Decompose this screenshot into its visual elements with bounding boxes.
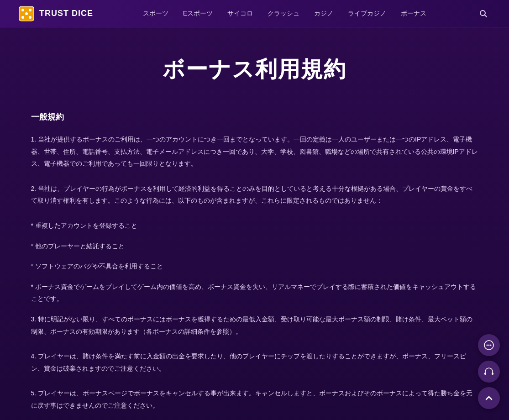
svg-point-9 <box>487 345 488 346</box>
page-title: ボーナス利用規約 <box>31 55 478 84</box>
section-title: 一般規約 <box>31 111 478 122</box>
scroll-top-button[interactable] <box>478 387 500 409</box>
svg-rect-12 <box>484 373 486 375</box>
header-right <box>476 6 491 21</box>
list-item: * ボーナス資金でゲームをプレイしてゲーム内の価値を高め、ボーナス資金を失い、リ… <box>31 281 478 305</box>
svg-point-11 <box>490 345 492 346</box>
svg-point-5 <box>29 16 31 19</box>
logo-icon <box>18 5 35 22</box>
svg-point-4 <box>21 16 24 19</box>
logo-area[interactable]: TRUST DICE <box>18 5 93 22</box>
svg-point-10 <box>488 345 490 346</box>
chevron-up-icon <box>483 393 494 404</box>
svg-point-1 <box>21 9 24 11</box>
list-item: * 他のプレーヤーと結託すること <box>31 240 478 252</box>
search-icon <box>479 9 488 18</box>
nav-item-casino[interactable]: カジノ <box>308 7 340 21</box>
search-button[interactable] <box>476 6 491 21</box>
nav-item-sports[interactable]: スポーツ <box>136 7 175 21</box>
nav-item-live-casino[interactable]: ライブカジノ <box>341 7 393 21</box>
svg-point-2 <box>29 9 31 11</box>
chat-button[interactable] <box>478 334 500 356</box>
paragraph: 2. 当社は、プレイヤーの行為がボーナスを利用して経済的利益を得ることのみを目的… <box>31 183 478 207</box>
main-nav: スポーツEスポーツサイコロクラッシュカジノライブカジノボーナス <box>136 7 433 21</box>
nav-item-esports[interactable]: Eスポーツ <box>177 7 219 21</box>
svg-point-3 <box>25 12 28 15</box>
paragraph: 1. 当社が提供するボーナスのご利用は、一つのアカウントにつき一回までとなってい… <box>31 133 478 170</box>
content-area: 1. 当社が提供するボーナスのご利用は、一つのアカウントにつき一回までとなってい… <box>31 133 478 420</box>
paragraph: 3. 特に明記がない限り、すべてのボーナスにはボーナスを獲得するための最低入金額… <box>31 313 478 337</box>
list-item: * 重複したアカウントを登録すること <box>31 220 478 232</box>
nav-item-bonus[interactable]: ボーナス <box>394 7 433 21</box>
headphones-icon <box>483 366 494 377</box>
svg-rect-13 <box>492 373 493 375</box>
paragraph: 5. プレイヤーは、ボーナスページでボーナスをキャンセルする事が出来ます。キャン… <box>31 387 478 411</box>
nav-item-crash[interactable]: クラッシュ <box>261 7 306 21</box>
list-item: * ソフトウェアのバグや不具合を利用すること <box>31 260 478 273</box>
nav-item-dice[interactable]: サイコロ <box>221 7 259 21</box>
logo-text: TRUST DICE <box>39 9 93 18</box>
support-button[interactable] <box>478 361 500 383</box>
chat-icon <box>483 340 494 351</box>
main-content: ボーナス利用規約 一般規約 1. 当社が提供するボーナスのご利用は、一つのアカウ… <box>13 27 497 420</box>
site-header: TRUST DICE スポーツEスポーツサイコロクラッシュカジノライブカジノボー… <box>0 0 509 27</box>
paragraph: 4. プレイヤーは、賭け条件を満たす前に入金額の出金を要求したり、他のプレイヤー… <box>31 350 478 374</box>
svg-line-7 <box>485 15 487 17</box>
